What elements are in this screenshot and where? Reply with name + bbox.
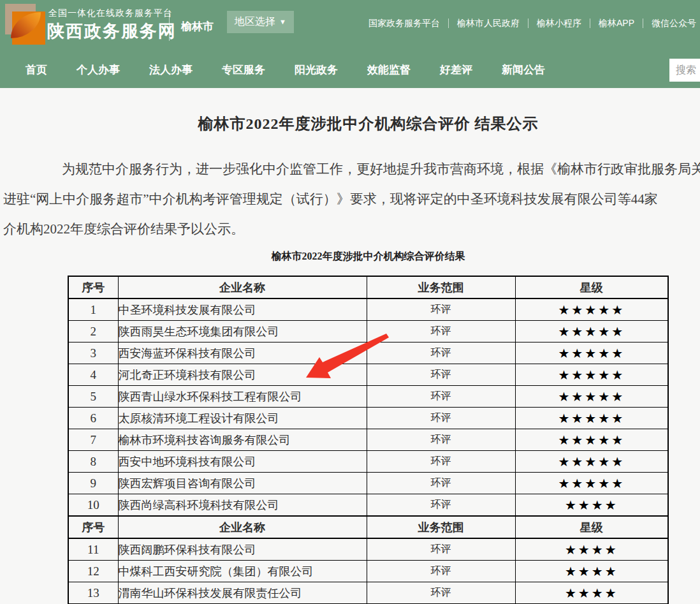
chevron-down-icon: ▼ — [279, 18, 286, 26]
star-rating-cell: ★★★★★ — [515, 386, 668, 408]
row-index-cell: 3 — [68, 343, 118, 364]
row-index-cell: 4 — [68, 364, 118, 386]
company-name-cell: 榆林市环境科技咨询服务有限公司 — [118, 429, 367, 451]
table-row: 2陕西雨昊生态环境集团有限公司环评★★★★★ — [68, 321, 668, 343]
top-link[interactable]: 榆林APP — [599, 18, 634, 29]
business-scope-cell: 环评 — [367, 298, 515, 321]
nav-item-1[interactable]: 首页 — [26, 63, 47, 77]
main-nav: 首页个人办事法人办事专区服务阳光政务效能监督好差评新闻公告 — [0, 51, 700, 88]
site-logo-icon — [5, 4, 47, 46]
table-row: 7榆林市环境科技咨询服务有限公司环评★★★★★ — [68, 429, 668, 451]
business-scope-cell: 环评 — [367, 429, 515, 451]
paragraph-line-2: 进驻“网上中介服务超市”中介机构考评管理规定（试行）》要求，现将评定的中圣环境科… — [0, 184, 700, 214]
table-row: 5陕西青山绿水环保科技工程有限公司环评★★★★★ — [68, 386, 668, 408]
table-row: 10陕西尚绿高科环境科技有限公司环评★★★★ — [68, 494, 668, 517]
region-select-button[interactable]: 地区选择▼ — [227, 11, 294, 33]
evaluation-table-body: 序号企业名称业务范围星级1中圣环境科技发展有限公司环评★★★★★2陕西雨昊生态环… — [68, 276, 668, 604]
region-select-label: 地区选择 — [235, 16, 275, 27]
company-name-cell: 陕西雨昊生态环境集团有限公司 — [118, 321, 367, 343]
link-separator — [590, 18, 590, 28]
star-rating-cell: ★★★★★ — [515, 429, 668, 451]
row-index-cell: 11 — [68, 538, 118, 561]
table-row: 8西安中地环境科技有限公司环评★★★★★ — [68, 451, 668, 473]
top-link[interactable]: 榆林市人民政府 — [457, 18, 520, 29]
company-name-cell: 河北奇正环境科技有限公司 — [118, 364, 367, 386]
star-rating-cell: ★★★★★ — [515, 298, 668, 321]
announcement-paragraph: 为规范中介服务行为，进一步强化中介监管工作，更好地提升我市营商环境，根据《榆林市… — [0, 154, 700, 244]
search-box[interactable] — [669, 59, 700, 82]
table-caption: 榆林市2022年度涉批中介机构综合评价结果 — [0, 250, 700, 263]
business-scope-cell: 环评 — [367, 321, 515, 343]
star-rating-cell: ★★★★★ — [515, 343, 668, 364]
table-row: 13渭南华山环保科技发展有限责任公司环评★★★★ — [68, 582, 668, 604]
table-header-row: 序号企业名称业务范围星级 — [68, 516, 668, 538]
row-index-cell: 2 — [68, 321, 118, 343]
platform-name: 全国一体化在线政务服务平台 — [48, 8, 173, 19]
row-index-cell: 6 — [68, 408, 118, 429]
star-rating-cell: ★★★★★ — [515, 473, 668, 494]
table-row: 4河北奇正环境科技有限公司环评★★★★★ — [68, 364, 668, 386]
row-index-cell: 12 — [68, 561, 118, 582]
column-header: 业务范围 — [367, 276, 515, 298]
header-divider — [169, 11, 170, 41]
column-header: 企业名称 — [118, 276, 367, 298]
company-name-cell: 陕西青山绿水环保科技工程有限公司 — [118, 386, 367, 408]
company-name-cell: 西安海蓝环保科技有限公司 — [118, 343, 367, 364]
table-row: 11陕西阔鹏环保科技有限公司环评★★★★ — [68, 538, 668, 561]
table-row: 3西安海蓝环保科技有限公司环评★★★★★ — [68, 343, 668, 364]
star-rating-cell: ★★★★ — [515, 561, 668, 582]
table-header-row: 序号企业名称业务范围星级 — [68, 276, 668, 298]
company-name-cell: 中煤科工西安研究院（集团）有限公司 — [118, 561, 367, 582]
business-scope-cell: 环评 — [367, 408, 515, 429]
search-input[interactable] — [669, 59, 700, 82]
column-header: 星级 — [515, 516, 668, 538]
company-name-cell: 陕西宏辉项目咨询有限公司 — [118, 473, 367, 494]
evaluation-table: 序号企业名称业务范围星级1中圣环境科技发展有限公司环评★★★★★2陕西雨昊生态环… — [68, 276, 669, 604]
top-link[interactable]: 微信公众号 — [652, 18, 696, 29]
star-rating-cell: ★★★★ — [515, 538, 668, 561]
nav-item-8[interactable]: 新闻公告 — [502, 63, 545, 77]
company-name-cell: 西安中地环境科技有限公司 — [118, 451, 367, 473]
business-scope-cell: 环评 — [367, 538, 515, 561]
star-rating-cell: ★★★★★ — [515, 408, 668, 429]
company-name-cell: 渭南华山环保科技发展有限责任公司 — [118, 582, 367, 604]
company-name-cell: 太原核清环境工程设计有限公司 — [118, 408, 367, 429]
nav-item-7[interactable]: 好差评 — [440, 63, 472, 77]
nav-item-3[interactable]: 法人办事 — [149, 63, 193, 77]
top-links: 国家政务服务平台榆林市人民政府榆林小程序榆林APP微信公众号注册 — [368, 17, 700, 29]
company-name-cell: 中圣环境科技发展有限公司 — [118, 298, 367, 321]
column-header: 企业名称 — [118, 516, 367, 538]
table-row: 1中圣环境科技发展有限公司环评★★★★★ — [68, 298, 668, 321]
business-scope-cell: 环评 — [367, 386, 515, 408]
business-scope-cell: 环评 — [367, 364, 515, 386]
business-scope-cell: 环评 — [367, 451, 515, 473]
row-index-cell: 8 — [68, 451, 118, 473]
top-link[interactable]: 榆林小程序 — [537, 18, 581, 29]
nav-item-5[interactable]: 阳光政务 — [295, 63, 338, 77]
business-scope-cell: 环评 — [367, 494, 515, 517]
nav-item-2[interactable]: 个人办事 — [77, 63, 120, 77]
link-separator — [528, 18, 529, 28]
star-rating-cell: ★★★★ — [515, 582, 668, 604]
table-row: 9陕西宏辉项目咨询有限公司环评★★★★★ — [68, 473, 668, 494]
column-header: 序号 — [68, 276, 118, 298]
paragraph-line-3: 介机构2022年度综合评价结果予以公示。 — [0, 214, 700, 244]
star-rating-cell: ★★★★★ — [515, 451, 668, 473]
page-title: 榆林市2022年度涉批中介机构综合评价 结果公示 — [0, 114, 700, 134]
top-link[interactable]: 国家政务服务平台 — [368, 18, 440, 29]
article-content: 榆林市2022年度涉批中介机构综合评价 结果公示 为规范中介服务行为，进一步强化… — [0, 88, 700, 604]
company-name-cell: 陕西尚绿高科环境科技有限公司 — [118, 494, 367, 517]
star-rating-cell: ★★★★★ — [515, 364, 668, 386]
top-header: 全国一体化在线政务服务平台 陕西政务服务网 榆林市 地区选择▼ 国家政务服务平台… — [0, 0, 700, 51]
business-scope-cell: 环评 — [367, 473, 515, 494]
paragraph-line-1: 为规范中介服务行为，进一步强化中介监管工作，更好地提升我市营商环境，根据《榆林市… — [0, 154, 700, 184]
row-index-cell: 9 — [68, 473, 118, 494]
row-index-cell: 13 — [68, 582, 118, 604]
row-index-cell: 10 — [68, 494, 118, 517]
column-header: 星级 — [515, 276, 668, 298]
site-title: 陕西政务服务网 — [47, 20, 177, 43]
column-header: 业务范围 — [367, 516, 515, 538]
nav-item-4[interactable]: 专区服务 — [222, 63, 265, 77]
nav-item-6[interactable]: 效能监督 — [367, 63, 411, 77]
column-header: 序号 — [68, 516, 118, 538]
